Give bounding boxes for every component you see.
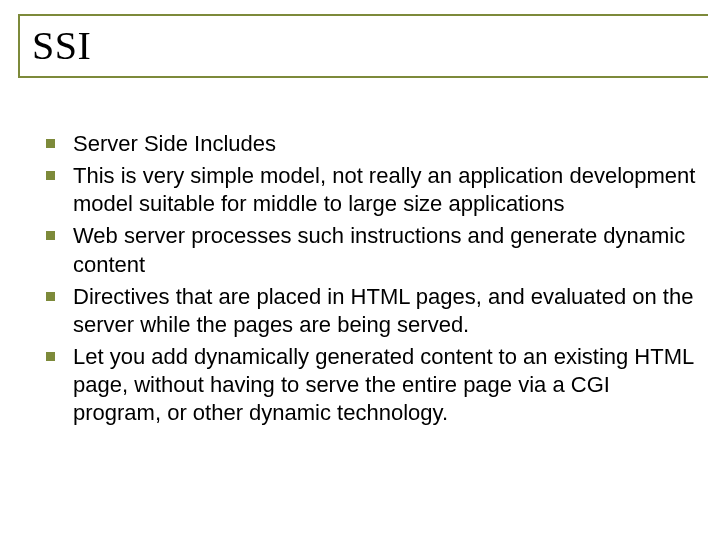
title-rule-left (18, 14, 20, 78)
list-item-text: Web server processes such instructions a… (73, 222, 696, 278)
title-rule-top (18, 14, 708, 16)
title-rule-bottom (18, 76, 708, 78)
square-bullet-icon (46, 231, 55, 240)
list-item: Web server processes such instructions a… (46, 222, 696, 278)
slide: SSI Server Side Includes This is very si… (0, 0, 720, 540)
list-item-text: Server Side Includes (73, 130, 696, 158)
square-bullet-icon (46, 171, 55, 180)
list-item: This is very simple model, not really an… (46, 162, 696, 218)
bullet-list: Server Side Includes This is very simple… (46, 130, 696, 432)
list-item-text: This is very simple model, not really an… (73, 162, 696, 218)
list-item: Server Side Includes (46, 130, 696, 158)
page-title: SSI (32, 22, 91, 69)
list-item: Let you add dynamically generated conten… (46, 343, 696, 427)
list-item: Directives that are placed in HTML pages… (46, 283, 696, 339)
list-item-text: Let you add dynamically generated conten… (73, 343, 696, 427)
square-bullet-icon (46, 292, 55, 301)
square-bullet-icon (46, 139, 55, 148)
list-item-text: Directives that are placed in HTML pages… (73, 283, 696, 339)
square-bullet-icon (46, 352, 55, 361)
